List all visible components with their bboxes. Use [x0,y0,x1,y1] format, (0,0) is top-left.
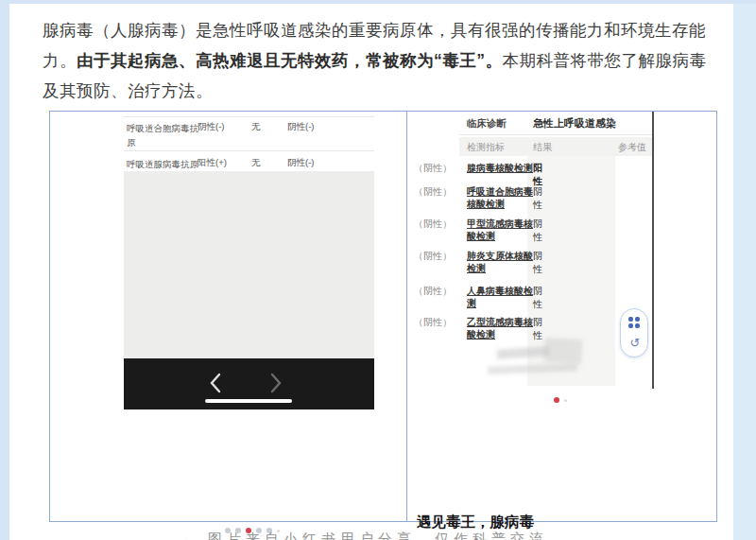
undo-icon[interactable]: ↺ [621,336,649,350]
page-margin-left [0,0,9,540]
test-result: 阴性(-) [198,121,225,133]
test-flag: 无 [251,121,261,133]
left-post-cell: 呼吸道合胞病毒抗原 阴性(-) 无 阴性(-) 呼吸道腺病毒抗原 阳性(+) 无… [50,112,406,521]
divider [459,134,654,135]
app-grid-icon[interactable] [628,317,640,328]
left-post-screenshot: 呼吸道合胞病毒抗原 阴性(-) 无 阴性(-) 呼吸道腺病毒抗原 阳性(+) 无… [124,112,374,409]
report-result: 阴性 [533,218,542,244]
carousel-dots [554,397,567,403]
chevron-right-icon[interactable] [267,371,284,399]
carousel-dot[interactable] [564,399,567,402]
report-ref: （阴性） [414,250,452,263]
report-column-headers: 检测指标 结果 参考值 [459,137,654,156]
diagnosis-label: 临床诊断 [467,117,507,131]
report-result: 阳性 [533,162,542,188]
report-ref: （阴性） [414,162,452,175]
intro-text-bold: 由于其起病急、高热难退且无特效药，常被称为“毒王”。 [77,51,503,70]
col-header: 检测指标 [467,141,505,154]
page-margin-top [0,0,756,4]
report-ref: （阴性） [414,316,452,329]
report-test-name[interactable]: 肺炎支原体核酸检测 [467,250,533,274]
carousel-dot-active[interactable] [554,397,559,403]
test-ref: 阴性(-) [287,157,315,169]
chevron-left-icon[interactable] [207,371,224,399]
report-ref: （阴性） [414,285,452,298]
scrollbar[interactable] [652,112,654,389]
report-test-name[interactable]: 甲型流感病毒核酸检测 [467,218,533,242]
test-ref: 阴性(-) [287,121,315,133]
article-page: 腺病毒（人腺病毒）是急性呼吸道感染的重要病原体，具有很强的传播能力和环境生存能力… [0,0,756,540]
report-result: 阴性 [533,185,542,212]
carousel-bar [124,358,374,409]
report-test-name[interactable]: 腺病毒核酸检测 [467,162,533,174]
report-result: 阴性 [533,285,542,311]
col-header: 参考值 [618,141,646,154]
report-ref: （阴性） [414,185,452,199]
right-post-screenshot: 临床诊断 急性上呼吸道感染 检测指标 结果 参考值 腺病毒核酸检测 阳性 （阴性… [459,112,654,389]
report-test-name[interactable]: 呼吸道合胞病毒核酸检测 [467,185,533,210]
posts-table: 呼吸道合胞病毒抗原 阴性(-) 无 阴性(-) 呼吸道腺病毒抗原 阳性(+) 无… [49,111,717,522]
col-header: 结果 [533,141,552,154]
home-indicator [205,399,292,403]
test-name: 呼吸道腺病毒抗原 [127,157,200,171]
report-ref: （阴性） [414,218,452,231]
right-post-title: 遇见毒王，腺病毒 [417,513,534,532]
blurred-image-area [124,171,374,358]
report-test-name[interactable]: 人鼻病毒核酸检测 [467,285,533,309]
page-margin-right [733,0,756,540]
report-result: 阴性 [533,250,542,276]
image-source-caption: 图片来自小红书用户分享，仅作科普交流 [0,531,756,540]
floating-toolbar[interactable]: ↺ [620,308,648,357]
report-result: 阴性 [533,316,542,342]
divider [124,150,374,151]
diagnosis-value: 急性上呼吸道感染 [533,116,616,131]
test-result: 阳性(+) [198,157,227,169]
right-post-cell: 临床诊断 急性上呼吸道感染 检测指标 结果 参考值 腺病毒核酸检测 阳性 （阴性… [407,112,717,521]
divider [124,116,374,117]
test-flag: 无 [251,157,261,169]
report-test-name[interactable]: 乙型流感病毒核酸检测 [467,316,533,340]
watermark-smudge [543,338,582,364]
intro-paragraph: 腺病毒（人腺病毒）是急性呼吸道感染的重要病原体，具有很强的传播能力和环境生存能力… [43,15,715,106]
test-name: 呼吸道合胞病毒抗原 [127,121,200,149]
